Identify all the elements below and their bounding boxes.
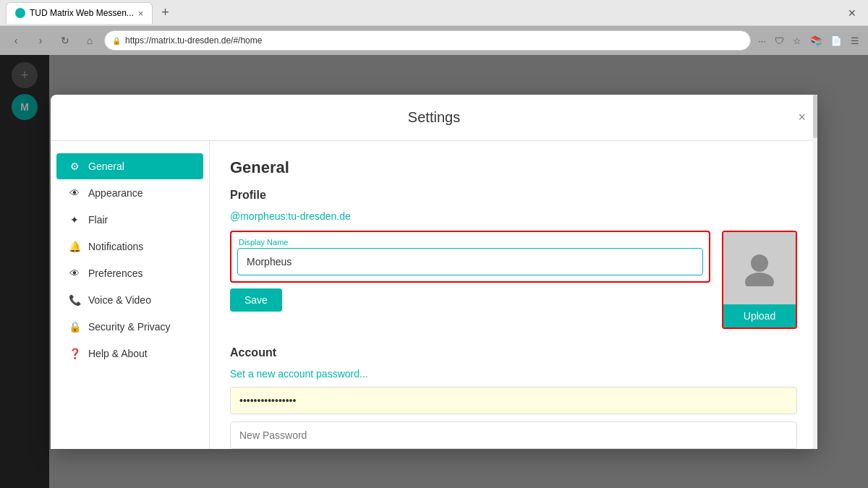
bell-icon: 🔔 [68,241,81,252]
tab-bar: TUD Matrix Web Messen... × + [6,2,838,24]
save-button[interactable]: Save [230,288,282,312]
display-name-label: Display Name [239,238,703,247]
sidebar-item-general[interactable]: ⚙ General [56,153,203,179]
display-name-section: Display Name Save [230,231,710,312]
sidebar-item-appearance[interactable]: 👁 Appearance [56,180,203,206]
sidebar-item-flair-label: Flair [88,214,108,226]
scrollbar-track[interactable] [813,141,817,449]
modal-overlay: Settings × ⚙ General 👁 Appearance [0,55,868,488]
new-password-wrapper [230,421,797,449]
reader-icon[interactable]: 📄 [827,34,845,48]
back-button[interactable]: ‹ [6,30,26,51]
sidebar-item-preferences-label: Preferences [88,267,142,279]
avatar-box: Upload [722,231,797,329]
home-button[interactable]: ⌂ [80,30,100,51]
sidebar-item-security-privacy-label: Security & Privacy [88,321,171,333]
section-title: General [230,158,797,177]
shield-icon[interactable]: 🛡 [772,34,787,48]
menu-icon[interactable]: ☰ [848,34,862,48]
modal-body: ⚙ General 👁 Appearance ✦ Flair [51,141,817,449]
sidebar-item-security-privacy[interactable]: 🔒 Security & Privacy [56,314,203,340]
browser-titlebar: TUD Matrix Web Messen... × + ✕ [0,0,868,26]
current-password-wrapper [230,387,797,414]
modal-close-button[interactable]: × [798,111,806,124]
sidebar-item-preferences[interactable]: 👁 Preferences [56,260,203,286]
sidebar-item-help-about[interactable]: ❓ Help & About [56,341,203,367]
forward-button[interactable]: › [30,30,51,51]
flair-icon: ✦ [68,214,81,226]
more-icon[interactable]: ··· [755,34,769,48]
profile-subtitle: Profile [230,189,797,202]
display-name-input[interactable] [237,248,703,275]
svg-point-0 [751,254,768,272]
settings-modal: Settings × ⚙ General 👁 Appearance [51,95,817,449]
gear-icon: ⚙ [68,160,81,172]
sidebar-item-voice-video[interactable]: 📞 Voice & Video [56,287,203,313]
current-password-input[interactable] [230,387,797,414]
profile-row: Display Name Save [230,231,797,329]
phone-icon: 📞 [68,294,81,306]
url-bar[interactable]: 🔒 https://matrix.tu-dresden.de/#/home [104,30,751,51]
settings-sidebar: ⚙ General 👁 Appearance ✦ Flair [51,141,210,449]
url-text: https://matrix.tu-dresden.de/#/home [125,35,743,46]
sidebar-item-flair[interactable]: ✦ Flair [56,207,203,233]
user-id: @morpheus:tu-dresden.de [230,210,797,222]
eye-icon: 👁 [68,187,81,199]
sidebar-item-notifications-label: Notifications [88,241,143,252]
sidebar-item-notifications[interactable]: 🔔 Notifications [56,234,203,260]
modal-title: Settings [408,109,460,125]
tab-title: TUD Matrix Web Messen... [30,8,134,18]
active-tab[interactable]: TUD Matrix Web Messen... × [6,2,153,24]
sidebar-item-general-label: General [88,160,124,172]
bookmark-icon[interactable]: ☆ [790,34,804,48]
svg-point-1 [745,273,774,286]
avatar-placeholder [723,232,796,304]
sidebar-item-help-about-label: Help & About [88,348,148,359]
browser-chrome: TUD Matrix Web Messen... × + ✕ ‹ › ↻ ⌂ 🔒… [0,0,868,55]
new-password-input[interactable] [230,421,797,449]
reload-button[interactable]: ↻ [55,30,75,51]
preferences-icon: 👁 [68,267,81,279]
account-section: Account Set a new account password... [230,346,797,449]
set-password-link[interactable]: Set a new account password... [230,368,797,380]
help-icon: ❓ [68,348,81,359]
tab-close-button[interactable]: × [138,9,144,18]
account-subtitle: Account [230,346,797,359]
user-avatar-icon [741,250,778,286]
sidebar-item-appearance-label: Appearance [88,187,143,199]
lock-icon: 🔒 [112,37,121,45]
new-tab-button[interactable]: + [156,4,174,22]
window-close-button[interactable]: ✕ [842,3,862,23]
settings-main: General Profile @morpheus:tu-dresden.de … [210,141,817,449]
display-name-outline-box: Display Name [230,231,710,283]
library-icon[interactable]: 📚 [807,34,825,48]
modal-header: Settings × [51,95,817,141]
lock-icon: 🔒 [68,321,81,333]
page-background: + M Settings × ⚙ General [0,55,868,488]
tab-favicon [15,8,25,18]
avatar-section: Upload [722,231,797,329]
browser-navbar: ‹ › ↻ ⌂ 🔒 https://matrix.tu-dresden.de/#… [0,26,868,55]
sidebar-item-voice-video-label: Voice & Video [88,294,151,306]
upload-button[interactable]: Upload [723,304,796,328]
nav-icons: ··· 🛡 ☆ 📚 📄 ☰ [755,34,862,48]
